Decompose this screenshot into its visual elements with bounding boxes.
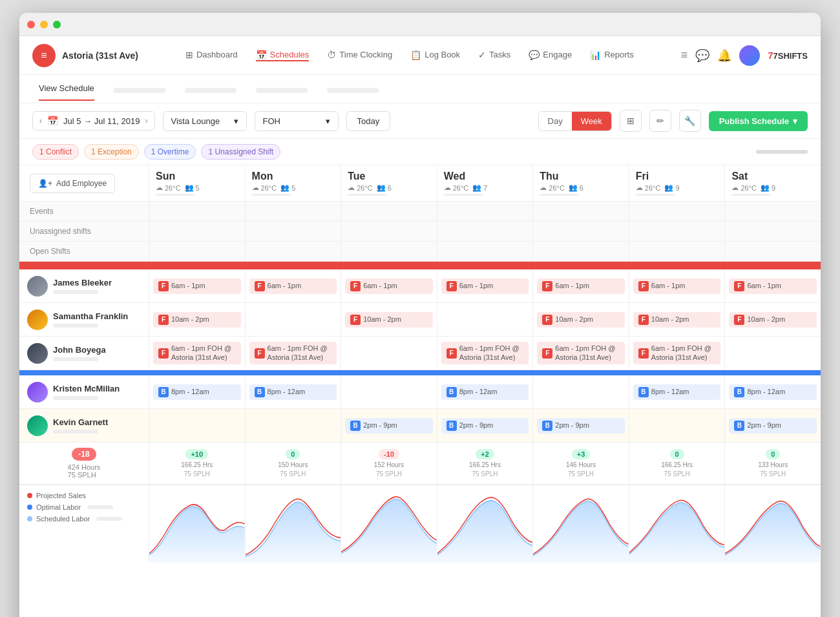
john-shift-tue[interactable] — [341, 337, 437, 370]
sub-nav: View Schedule — [19, 75, 821, 103]
department-dropdown[interactable]: FOH ▾ — [255, 111, 339, 131]
user-avatar[interactable] — [739, 45, 760, 66]
samantha-shift-sat[interactable]: F 10am - 2pm — [724, 303, 821, 336]
next-week-arrow[interactable]: › — [145, 116, 148, 125]
tue-temp: ☁ 26°C — [348, 183, 373, 192]
total-hours: 424 Hours 75 SPLH — [68, 463, 101, 479]
nav-logbook[interactable]: 📋 Log Book — [410, 50, 460, 61]
nav-tasks[interactable]: ✓ Tasks — [478, 50, 510, 61]
kevin-shift-sat[interactable]: B 2pm - 9pm — [724, 409, 821, 442]
james-shift-thu-tag: F 6am - 1pm — [537, 278, 625, 294]
john-shift-mon[interactable]: F 6am - 1pm FOH @Astoria (31st Ave) — [245, 337, 341, 370]
open-shifts-row: Open Shifts — [19, 242, 821, 262]
unassigned-alert[interactable]: 1 Unassigned Shift — [201, 144, 280, 160]
james-shift-sun-tag: F 6am - 1pm — [153, 278, 241, 294]
fri-temp: ☁ 26°C — [636, 183, 661, 192]
kristen-shift-thu[interactable] — [532, 375, 629, 408]
james-shift-tue[interactable]: F 6am - 1pm — [341, 269, 437, 302]
today-button[interactable]: Today — [346, 111, 391, 131]
john-shift-wed[interactable]: F 6am - 1pm FOH @Astoria (31st Ave) — [437, 337, 533, 370]
samantha-shift-fri[interactable]: F 10am - 2pm — [629, 303, 725, 336]
date-nav[interactable]: ‹ 📅 Jul 5 → Jul 11, 2019 › — [32, 111, 155, 131]
settings-button[interactable]: 🔧 — [679, 110, 701, 132]
kevin-shift-thu[interactable]: B 2pm - 9pm — [532, 409, 629, 442]
wed-meta: ☁ 26°C 👥 7 — [444, 183, 527, 192]
james-shift-mon[interactable]: F 6am - 1pm — [245, 269, 341, 302]
pencil-button[interactable]: ✏ — [649, 110, 671, 132]
nav-timeclocking-label: Time Clocking — [339, 50, 392, 59]
kristen-shift-sat[interactable]: B 8pm - 12am — [724, 375, 821, 408]
john-shift-thu[interactable]: F 6am - 1pm FOH @Astoria (31st Ave) — [532, 337, 629, 370]
samantha-shift-mon[interactable] — [245, 303, 341, 336]
minimize-button[interactable] — [40, 21, 48, 28]
prev-week-arrow[interactable]: ‹ — [39, 116, 42, 125]
nav-schedules[interactable]: 📅 Schedules — [256, 50, 310, 61]
tue-bar — [348, 194, 386, 196]
john-shift-fri[interactable]: F 6am - 1pm FOH @Astoria (31st Ave) — [629, 337, 725, 370]
maximize-button[interactable] — [53, 21, 61, 28]
john-shift-sat[interactable] — [724, 337, 821, 370]
optimal-bar — [87, 505, 113, 509]
unassigned-wed — [437, 222, 533, 241]
kristen-shift-mon[interactable]: B 8pm - 12am — [245, 375, 341, 408]
kevin-shift-sun[interactable] — [149, 409, 245, 442]
samantha-shift-wed[interactable] — [437, 303, 533, 336]
kristen-shift-wed[interactable]: B 8pm - 12am — [437, 375, 533, 408]
open-shifts-sat — [724, 242, 821, 261]
grid-view-button[interactable]: ⊞ — [620, 110, 642, 132]
chat-icon[interactable]: 💬 — [695, 48, 709, 63]
nav-right: ≡ 💬 🔔 77SHIFTS — [681, 45, 808, 66]
kristen-info: Kristen McMillan — [53, 384, 120, 400]
shift-f-label: F — [158, 281, 169, 291]
samantha-shift-tue[interactable]: F 10am - 2pm — [341, 303, 437, 336]
add-employee-button[interactable]: 👤+ Add Employee — [30, 174, 115, 193]
nav-dashboard[interactable]: ⊞ Dashboard — [185, 50, 238, 61]
shift-f-label: F — [158, 348, 169, 359]
stats-sat: 0 166.25 Hrs 75 SPLH — [629, 443, 725, 484]
notification-icon[interactable]: 🔔 — [717, 48, 731, 63]
james-shift-wed[interactable]: F 6am - 1pm — [437, 269, 533, 302]
scrollbar-stub[interactable] — [756, 150, 808, 154]
nav-reports[interactable]: 📊 Reports — [590, 50, 634, 61]
events-thu — [532, 202, 629, 221]
samantha-shift-sun[interactable]: F 10am - 2pm — [149, 303, 245, 336]
overtime-alert[interactable]: 1 Overtime — [144, 144, 196, 160]
close-button[interactable] — [27, 21, 35, 28]
kevin-shift-mon[interactable] — [245, 409, 341, 442]
day-view-button[interactable]: Day — [539, 112, 572, 131]
sun-meta: ☁ 26°C 👥 5 — [156, 183, 238, 192]
james-shift-sun[interactable]: F 6am - 1pm — [149, 269, 245, 302]
james-shift-fri[interactable]: F 6am - 1pm — [629, 269, 725, 302]
james-shift-thu[interactable]: F 6am - 1pm — [532, 269, 629, 302]
week-view-button[interactable]: Week — [572, 112, 611, 131]
day-header-sat: Sat ☁ 26°C 👥 9 — [724, 165, 821, 201]
publish-label: Publish Schedule — [719, 116, 789, 126]
employee-row-kristen: Kristen McMillan B 8pm - 12am B 8pm - 12… — [19, 375, 821, 409]
kevin-shift-fri[interactable] — [629, 409, 725, 442]
kristen-shift-sun[interactable]: B 8pm - 12am — [149, 375, 245, 408]
app-logo[interactable]: ≡ — [32, 44, 56, 67]
reports-icon: 📊 — [590, 50, 601, 60]
kevin-shift-wed[interactable]: B 2pm - 9pm — [437, 409, 533, 442]
nav-timeclocking[interactable]: ⏱ Time Clocking — [327, 50, 392, 61]
chart-mon-svg — [246, 485, 341, 563]
kristen-shift-fri[interactable]: B 8pm - 12am — [629, 375, 725, 408]
john-shift-sun[interactable]: F 6am - 1pm FOH @Astoria (31st Ave) — [149, 337, 245, 370]
chart-thu-svg — [533, 485, 629, 563]
kristen-wed-time: 8pm - 12am — [459, 388, 498, 396]
thu-bar — [540, 194, 578, 196]
menu-icon[interactable]: ≡ — [681, 48, 688, 62]
open-shifts-thu — [532, 242, 629, 261]
kevin-shift-tue[interactable]: B 2pm - 9pm — [341, 409, 437, 442]
exception-alert[interactable]: 1 Exception — [84, 144, 139, 160]
samantha-shift-thu[interactable]: F 10am - 2pm — [532, 303, 629, 336]
james-shift-sat[interactable]: F 6am - 1pm — [724, 269, 821, 302]
subnav-view-schedule[interactable]: View Schedule — [39, 83, 94, 101]
location-dropdown[interactable]: Vista Lounge ▾ — [163, 111, 247, 131]
kristen-shift-tue[interactable] — [341, 375, 437, 408]
events-wed — [437, 202, 533, 221]
nav-engage[interactable]: 💬 Engage — [529, 50, 572, 61]
schedules-icon: 📅 — [256, 50, 267, 60]
publish-schedule-button[interactable]: Publish Schedule ▾ — [709, 111, 808, 131]
conflict-alert[interactable]: 1 Conflict — [32, 144, 79, 160]
